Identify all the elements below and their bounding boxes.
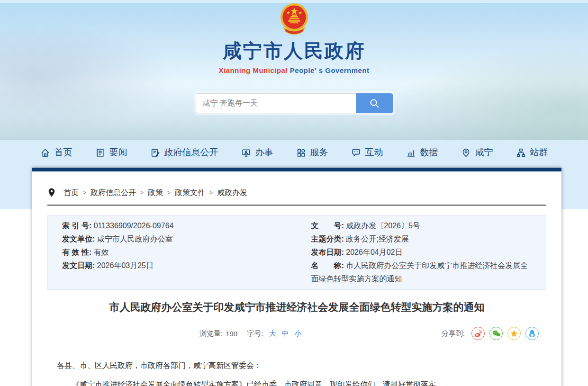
chat-bubble-icon [351, 148, 361, 158]
meta-label: 索 引 号: [62, 222, 91, 230]
views-label: 浏览量: [199, 329, 223, 338]
nav-item-label: 数据 [420, 146, 438, 159]
meta-label: 发文日期: [62, 261, 95, 269]
search-button[interactable] [356, 93, 393, 113]
breadcrumb-item-gov-info[interactable]: 政府信息公开 [90, 188, 136, 198]
meta-value: 2026年03月25日 [97, 261, 154, 269]
nav-item-interaction[interactable]: 互动 [351, 146, 383, 159]
nav-item-label: 办事 [255, 146, 273, 159]
nav-item-services-hall[interactable]: 办事 [241, 146, 273, 159]
meta-value: 政务公开;经济发展 [346, 235, 408, 243]
meta-issue-date: 发文日期: 2026年03月25日 [62, 259, 285, 272]
meta-label: 有 效 性: [62, 248, 91, 256]
national-emblem-icon [280, 3, 309, 36]
share-label: 分享到: [442, 329, 465, 338]
subtitle-red: Xianning Municipal [218, 66, 288, 74]
news-icon [95, 148, 105, 158]
meta-index-number: 索 引 号: 011336909/2026-09764 [62, 219, 285, 233]
nav-item-label: 服务 [310, 146, 328, 159]
views-fontsize-group: 浏览量: 190 字号: 大 中 小 [199, 329, 301, 338]
share-wechat-button[interactable] [489, 327, 503, 340]
share-group: 分享到: [442, 327, 539, 340]
nav-item-label: 要闻 [109, 146, 127, 159]
meta-column-right: 文 号: 咸政办发〔2026〕5号 主题分类: 政务公开;经济发展 发布日期: … [297, 219, 546, 286]
breadcrumb: 首页 > 政府信息公开 > 政策 > 政策文件 > 咸政办发 [32, 171, 561, 205]
share-qq-button[interactable] [525, 327, 539, 340]
breadcrumb-divider [47, 205, 546, 206]
home-icon [40, 148, 50, 158]
article-body: 各县、市、区人民政府，市政府各部门，咸宁高新区管委会： 《咸宁市推进经济社会发展… [57, 359, 537, 386]
site-subtitle: Xianning Municipal People' s Government [0, 66, 588, 74]
breadcrumb-item-policy-files[interactable]: 政策文件 [175, 188, 205, 198]
site-header: 咸宁市人民政府 Xianning Municipal People' s Gov… [0, 3, 588, 140]
nav-item-data[interactable]: 数据 [406, 146, 438, 159]
fontsize-small[interactable]: 小 [294, 329, 301, 338]
document-pen-icon [150, 148, 160, 158]
meta-value: 011336909/2026-09764 [94, 222, 174, 230]
article-paragraph-body: 《咸宁市推进经济社会发展全面绿色转型实施方案》已经市委、市政府同意，现印发给你们… [57, 378, 537, 386]
meta-topic-category: 主题分类: 政务公开;经济发展 [311, 233, 534, 246]
breadcrumb-separator: > [209, 189, 213, 196]
fontsize-label: 字号: [247, 329, 263, 338]
site-title: 咸宁市人民政府 [0, 38, 588, 64]
breadcrumb-item-policy[interactable]: 政策 [148, 188, 163, 198]
meta-column-left: 索 引 号: 011336909/2026-09764 发文单位: 咸宁市人民政… [48, 219, 297, 286]
search-icon [369, 98, 380, 109]
nav-item-gov-info-disclosure[interactable]: 政府信息公开 [150, 146, 218, 159]
share-qzone-button[interactable] [507, 327, 521, 340]
article-divider [47, 346, 546, 346]
meta-value: 市人民政府办公室关于印发咸宁市推进经济社会发展全面绿色转型实施方案的通知 [311, 261, 528, 283]
breadcrumb-pin-icon [47, 188, 56, 198]
meta-label: 主题分类: [311, 235, 344, 243]
nav-item-label: 首页 [54, 146, 72, 159]
nav-item-label: 互动 [365, 146, 383, 159]
sitemap-icon [516, 148, 526, 158]
nav-item-home[interactable]: 首页 [40, 146, 72, 159]
article-meta-row: 浏览量: 190 字号: 大 中 小 分享到: [55, 327, 539, 340]
meta-validity: 有 效 性: 有效 [62, 246, 285, 259]
article-title: 市人民政府办公室关于印发咸宁市推进经济社会发展全面绿色转型实施方案的通知 [61, 300, 533, 314]
breadcrumb-separator: > [167, 189, 171, 196]
meta-issuing-unit: 发文单位: 咸宁市人民政府办公室 [62, 233, 285, 246]
meta-label: 文 号: [311, 222, 344, 230]
breadcrumb-item-home[interactable]: 首页 [63, 188, 79, 198]
nav-item-label: 咸宁 [475, 146, 493, 159]
nav-item-site-group[interactable]: 站群 [516, 146, 548, 159]
meta-value: 有效 [94, 248, 109, 256]
nav-item-news[interactable]: 要闻 [95, 146, 127, 159]
nav-item-label: 政府信息公开 [164, 146, 218, 159]
views-count: 190 [226, 330, 237, 338]
weibo-icon [473, 329, 483, 338]
fontsize-medium[interactable]: 中 [281, 329, 289, 338]
article-paragraph-salutation: 各县、市、区人民政府，市政府各部门，咸宁高新区管委会： [57, 359, 537, 372]
wechat-icon [491, 329, 501, 338]
nav-item-label: 站群 [530, 146, 548, 159]
qq-penguin-icon [527, 329, 537, 338]
card-top-bar [32, 168, 561, 171]
fontsize-large[interactable]: 大 [269, 329, 276, 338]
breadcrumb-separator: > [140, 189, 144, 196]
search-input[interactable] [196, 93, 356, 113]
main-nav: 首页 要闻 政府信息公开 办事 服务 互动 数据 咸宁 [0, 140, 588, 168]
monitor-icon [241, 148, 251, 158]
meta-doc-number: 文 号: 咸政办发〔2026〕5号 [311, 219, 534, 233]
meta-value: 咸政办发〔2026〕5号 [346, 222, 420, 230]
breadcrumb-separator: > [83, 189, 86, 196]
star-icon [510, 329, 518, 338]
meta-label: 发布日期: [311, 248, 344, 256]
subtitle-blue: People' s Government [290, 66, 370, 74]
grid-icon [296, 148, 306, 158]
nav-item-xianning[interactable]: 咸宁 [461, 146, 493, 159]
share-weibo-button[interactable] [471, 327, 485, 340]
meta-label: 发文单位: [62, 235, 95, 243]
meta-label: 名 称: [311, 261, 344, 269]
content-card: 首页 > 政府信息公开 > 政策 > 政策文件 > 咸政办发 索 引 号: 01… [32, 168, 561, 386]
meta-publish-date: 发布日期: 2026年04月02日 [311, 246, 534, 259]
meta-doc-name: 名 称: 市人民政府办公室关于印发咸宁市推进经济社会发展全面绿色转型实施方案的通… [311, 259, 534, 286]
meta-value: 咸宁市人民政府办公室 [97, 235, 173, 243]
bar-chart-icon [406, 148, 416, 158]
nav-item-service[interactable]: 服务 [296, 146, 328, 159]
meta-value: 2026年04月02日 [346, 248, 402, 256]
breadcrumb-item-current[interactable]: 咸政办发 [217, 188, 247, 198]
search-bar [196, 93, 393, 113]
